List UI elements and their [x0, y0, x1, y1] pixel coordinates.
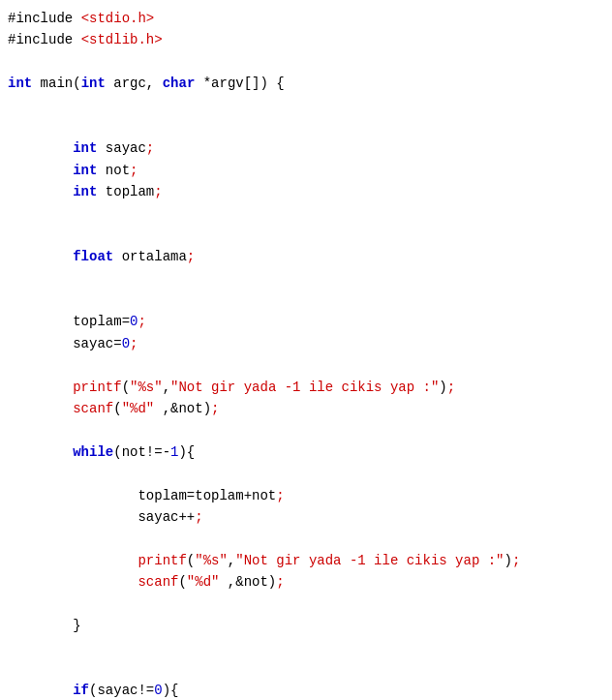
code-line: [8, 268, 612, 289]
code-line: [8, 225, 612, 246]
code-token: not: [97, 163, 130, 178]
code-token: ;: [187, 249, 195, 264]
code-token: [8, 380, 73, 395]
code-token: ,: [163, 380, 170, 395]
code-token: ;: [130, 163, 138, 178]
code-token: sayac++: [138, 509, 195, 525]
code-token: [8, 184, 73, 199]
code-token: ;: [146, 140, 154, 156]
code-token: [8, 683, 73, 698]
code-token: float: [73, 249, 113, 264]
code-line: [8, 636, 612, 657]
code-token: *argv[]) {: [195, 76, 284, 91]
code-token: [8, 444, 73, 460]
code-token: <stdio.h>: [81, 11, 155, 26]
code-token: [8, 140, 73, 156]
code-token: int: [8, 76, 32, 91]
code-token: [8, 618, 73, 633]
code-line: [8, 528, 612, 549]
code-token: int: [81, 76, 106, 91]
code-token: ;: [154, 184, 162, 199]
code-token: scanf: [73, 401, 113, 416]
code-token: toplam: [97, 184, 154, 199]
code-token: "%s": [195, 553, 228, 568]
code-line: printf("%s","Not gir yada -1 ile cikis y…: [8, 377, 612, 398]
code-token: (: [178, 574, 186, 590]
code-token: int: [73, 184, 97, 199]
code-token: "Not gir yada -1 ile cikis yap :": [235, 553, 504, 568]
code-token: printf: [138, 553, 186, 568]
code-token: int: [73, 163, 97, 178]
code-line: toplam=0;: [8, 311, 612, 332]
code-line: int toplam;: [8, 181, 612, 202]
code-line: [8, 658, 612, 680]
code-token: ;: [447, 380, 455, 395]
code-token: (: [122, 380, 130, 395]
code-token: (not!=-: [113, 444, 170, 460]
code-token: ;: [276, 574, 284, 590]
code-editor: #include <stdio.h>#include <stdlib.h> in…: [0, 0, 612, 700]
code-token: while: [73, 444, 113, 460]
code-token: 0: [122, 336, 130, 351]
code-line: scanf("%d" ,&not);: [8, 571, 612, 593]
code-line: [8, 593, 612, 615]
code-token: char: [163, 76, 196, 91]
code-line: #include <stdio.h>: [8, 8, 612, 29]
code-token: ;: [138, 314, 145, 329]
code-token: ,&not): [219, 574, 276, 590]
code-token: [8, 553, 138, 568]
code-token: ;: [276, 488, 284, 503]
code-token: #include: [8, 32, 81, 47]
code-line: [8, 95, 612, 116]
code-token: ,: [228, 553, 235, 568]
code-line: printf("%s","Not gir yada -1 ile cikis y…: [8, 550, 612, 571]
code-token: [8, 249, 73, 264]
code-token: [8, 336, 73, 351]
code-token: "Not gir yada -1 ile cikis yap :": [170, 380, 439, 395]
code-token: if: [73, 683, 89, 698]
code-token: ;: [512, 553, 520, 568]
code-token: ): [505, 553, 512, 568]
code-line: toplam=toplam+not;: [8, 485, 612, 506]
code-token: ;: [211, 401, 219, 416]
code-line: sayac=0;: [8, 333, 612, 354]
code-token: [8, 314, 73, 329]
code-token: ortalama: [113, 249, 187, 264]
code-line: [8, 354, 612, 376]
code-token: "%s": [130, 380, 163, 395]
code-line: int not;: [8, 160, 612, 181]
code-line: scanf("%d" ,&not);: [8, 398, 612, 419]
code-token: }: [73, 618, 80, 633]
code-line: [8, 419, 612, 441]
code-line: if(sayac!=0){: [8, 680, 612, 700]
code-token: (: [187, 553, 195, 568]
code-line: int main(int argc, char *argv[]) {: [8, 73, 612, 94]
code-line: sayac++;: [8, 506, 612, 528]
code-line: [8, 463, 612, 484]
code-token: argc,: [106, 76, 163, 91]
code-token: ,&not): [154, 401, 211, 416]
code-token: ;: [195, 509, 202, 525]
code-token: [8, 163, 73, 178]
code-token: "%d": [122, 401, 155, 416]
code-token: scanf: [138, 574, 178, 590]
code-token: sayac: [97, 140, 145, 156]
code-line: }: [8, 615, 612, 636]
code-token: printf: [73, 380, 121, 395]
code-token: ){: [178, 444, 195, 460]
code-token: sayac=: [73, 336, 121, 351]
code-token: (sayac!=: [89, 683, 154, 698]
code-token: #include: [8, 11, 81, 26]
code-token: [8, 574, 138, 590]
code-token: (: [113, 401, 121, 416]
code-line: [8, 203, 612, 225]
code-token: toplam=: [73, 314, 130, 329]
code-token: [8, 488, 138, 503]
code-token: main(: [32, 76, 80, 91]
code-line: #include <stdlib.h>: [8, 29, 612, 50]
code-token: int: [73, 140, 97, 156]
code-token: ): [439, 380, 446, 395]
code-token: "%d": [187, 574, 220, 590]
code-line: int sayac;: [8, 137, 612, 159]
code-token: ){: [163, 683, 179, 698]
